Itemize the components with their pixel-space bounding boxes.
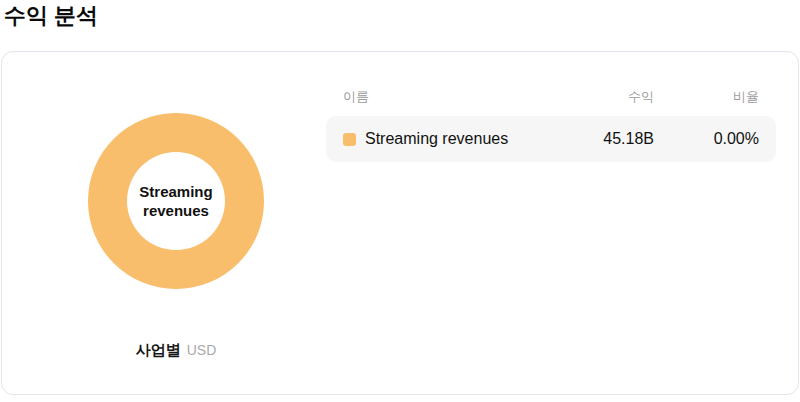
chart-caption: 사업별USD xyxy=(88,341,264,360)
chart-category-label: 사업별 xyxy=(136,341,181,358)
header-name: 이름 xyxy=(343,88,534,106)
donut-chart-section: Streaming revenues 사업별USD xyxy=(2,52,326,394)
page-title: 수익 분석 xyxy=(4,2,800,30)
row-revenue-value: 45.18B xyxy=(534,130,654,148)
row-name-cell: Streaming revenues xyxy=(343,130,534,148)
row-name-label: Streaming revenues xyxy=(365,130,508,148)
donut-center-label: Streaming revenues xyxy=(127,152,225,250)
revenue-analysis-card: Streaming revenues 사업별USD 이름 수익 비율 Strea… xyxy=(1,51,799,395)
donut-segment-streaming-revenues[interactable]: Streaming revenues xyxy=(88,113,264,289)
legend-table: 이름 수익 비율 Streaming revenues 45.18B 0.00% xyxy=(326,52,776,394)
header-revenue: 수익 xyxy=(534,88,654,106)
row-ratio-value: 0.00% xyxy=(654,130,759,148)
series-color-swatch xyxy=(343,133,356,146)
header-ratio: 비율 xyxy=(654,88,759,106)
table-header-row: 이름 수익 비율 xyxy=(326,88,776,106)
chart-currency-label: USD xyxy=(187,342,217,358)
table-row[interactable]: Streaming revenues 45.18B 0.00% xyxy=(326,116,776,162)
